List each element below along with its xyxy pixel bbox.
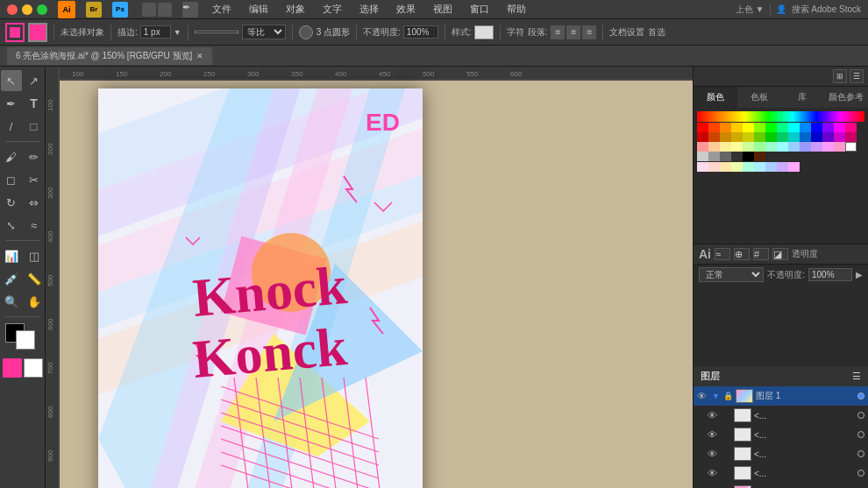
swatch-pastel-fuchsia[interactable] bbox=[788, 162, 800, 172]
swatch-light-magenta[interactable] bbox=[822, 142, 834, 152]
maximize-button[interactable] bbox=[37, 4, 47, 15]
scissors-tool[interactable]: ✂ bbox=[24, 169, 45, 190]
line-tool[interactable]: / bbox=[1, 116, 22, 137]
paintbrush-tool[interactable]: 🖌 bbox=[1, 146, 22, 167]
align-left[interactable]: ≡ bbox=[551, 25, 565, 39]
swatch-very-dark-gray[interactable] bbox=[731, 152, 743, 161]
anchor-icon[interactable]: ⊕ bbox=[734, 248, 750, 260]
menu-effect[interactable]: 效果 bbox=[393, 1, 419, 18]
eyedropper-tool[interactable]: 💉 bbox=[1, 268, 22, 289]
layers-menu-icon[interactable]: ☰ bbox=[852, 371, 861, 382]
swatch-orange[interactable] bbox=[720, 123, 731, 132]
eye-icon-sub1[interactable]: 👁 bbox=[708, 410, 720, 421]
eye-icon-1[interactable]: 👁 bbox=[697, 391, 709, 401]
stroke-color-indicator[interactable] bbox=[5, 23, 25, 42]
swatch-light-cyan[interactable] bbox=[777, 142, 788, 152]
zoom-tool[interactable]: 🔍 bbox=[1, 291, 22, 312]
eye-icon-sub4[interactable]: 👁 bbox=[708, 468, 720, 478]
lock-icon-1[interactable]: 🔒 bbox=[723, 392, 733, 400]
swatch-pastel-blue[interactable] bbox=[765, 162, 777, 172]
pencil-tool[interactable]: ✏ bbox=[24, 146, 45, 167]
prefs-label[interactable]: 首选 bbox=[648, 26, 665, 39]
swatch-light-gray[interactable] bbox=[697, 152, 708, 161]
swatch-pastel-cyan[interactable] bbox=[754, 162, 765, 172]
swatch-cyan[interactable] bbox=[788, 123, 800, 132]
rotate-tool[interactable]: ↻ bbox=[1, 192, 22, 213]
swatch-dark-orange[interactable] bbox=[720, 132, 731, 142]
close-button[interactable] bbox=[7, 4, 18, 15]
swatch-pale-green[interactable] bbox=[743, 142, 754, 152]
swatch-light-blue[interactable] bbox=[788, 142, 800, 152]
fg-color-swatch[interactable] bbox=[3, 358, 22, 378]
swatch-hot-pink[interactable] bbox=[845, 132, 857, 142]
swatch-mint[interactable] bbox=[765, 142, 777, 152]
panel-icon-1[interactable]: ⊞ bbox=[833, 69, 847, 83]
document-tab[interactable]: 6 亮色涂鸦海报.ai* @ 150% [RGB/GPU 预览] ✕ bbox=[7, 47, 212, 65]
layer-row-sub4[interactable]: 👁 <... bbox=[694, 463, 868, 483]
swatch-blue[interactable] bbox=[811, 123, 822, 132]
swatch-peach[interactable] bbox=[708, 142, 720, 152]
warp-tool[interactable]: ≈ bbox=[24, 215, 45, 236]
swatch-orange-red[interactable] bbox=[708, 123, 720, 132]
menu-text[interactable]: 文字 bbox=[319, 1, 345, 18]
fill-color-indicator[interactable] bbox=[28, 23, 47, 42]
menu-file[interactable]: 文件 bbox=[209, 1, 235, 18]
swatch-pastel-purple[interactable] bbox=[777, 162, 788, 172]
layer-row-sub1[interactable]: 👁 <... bbox=[694, 406, 868, 425]
measure-tool[interactable]: 📏 bbox=[24, 268, 45, 289]
swatch-green[interactable] bbox=[765, 123, 777, 132]
type-tool[interactable]: T bbox=[24, 93, 45, 114]
swatch-sky[interactable] bbox=[800, 123, 811, 132]
eye-icon-sub2[interactable]: 👁 bbox=[708, 429, 720, 440]
hue-gradient[interactable] bbox=[697, 111, 864, 122]
swatch-dark-gold[interactable] bbox=[731, 132, 743, 142]
fill-swatch[interactable] bbox=[16, 330, 35, 350]
swatch-olive[interactable] bbox=[743, 132, 754, 142]
swatch-magenta[interactable] bbox=[834, 123, 845, 132]
opacity-props-input[interactable] bbox=[808, 268, 852, 281]
swatch-indigo[interactable] bbox=[822, 123, 834, 132]
tab-close-button[interactable]: ✕ bbox=[196, 52, 203, 60]
align-right[interactable]: ≡ bbox=[582, 25, 596, 39]
eye-icon-sub3[interactable]: 👁 bbox=[708, 449, 720, 459]
swatch-periwinkle[interactable] bbox=[800, 142, 811, 152]
selection-tool[interactable]: ↖ bbox=[1, 70, 22, 91]
swatch-pale-yellow[interactable] bbox=[731, 142, 743, 152]
swatch-emerald[interactable] bbox=[777, 132, 788, 142]
swatch-dark-blue[interactable] bbox=[800, 132, 811, 142]
tab-color-ref[interactable]: 颜色参考 bbox=[824, 87, 868, 108]
scale-tool[interactable]: ⤡ bbox=[1, 215, 22, 236]
layer-row-sub3[interactable]: 👁 <... bbox=[694, 444, 868, 463]
swatch-yellow[interactable] bbox=[743, 123, 754, 132]
fill-icon[interactable]: ◪ bbox=[772, 248, 788, 260]
swatch-purple[interactable] bbox=[822, 132, 834, 142]
shape-tool[interactable]: □ bbox=[24, 116, 45, 137]
eraser-tool[interactable]: ◻ bbox=[1, 169, 22, 190]
swatch-dark-green[interactable] bbox=[765, 132, 777, 142]
swatch-lavender[interactable] bbox=[811, 142, 822, 152]
menu-select[interactable]: 选择 bbox=[356, 1, 382, 18]
swatch-lime[interactable] bbox=[754, 132, 765, 142]
swatch-light-pink[interactable] bbox=[834, 142, 845, 152]
view-toggle[interactable] bbox=[142, 3, 172, 17]
tab-library[interactable]: 库 bbox=[781, 87, 825, 108]
swatch-pastel-pink[interactable] bbox=[697, 162, 708, 172]
tab-swatches[interactable]: 色板 bbox=[737, 87, 781, 108]
align-center[interactable]: ≡ bbox=[566, 25, 580, 39]
layer-row-knock1[interactable]: 👁 Kn... bbox=[694, 483, 868, 488]
swatch-fuchsia[interactable] bbox=[834, 132, 845, 142]
swatch-pastel-mint[interactable] bbox=[743, 162, 754, 172]
swatch-navy[interactable] bbox=[811, 132, 822, 142]
layers-scroll[interactable]: 👁 ▼ 🔒 图层 1 👁 <... 👁 bbox=[694, 386, 868, 488]
menu-help[interactable]: 帮助 bbox=[503, 1, 530, 18]
stroke-width-input[interactable] bbox=[140, 25, 171, 39]
bg-color-swatch[interactable] bbox=[24, 358, 43, 378]
style-preview[interactable] bbox=[474, 25, 494, 39]
swatch-light-green[interactable] bbox=[754, 142, 765, 152]
swatch-pastel-orange[interactable] bbox=[708, 162, 720, 172]
swatch-medium-gray[interactable] bbox=[708, 152, 720, 161]
swatch-spring[interactable] bbox=[777, 123, 788, 132]
gradient-tool[interactable]: ◫ bbox=[24, 245, 45, 266]
minimize-button[interactable] bbox=[22, 4, 32, 15]
menu-view[interactable]: 视图 bbox=[430, 1, 456, 18]
